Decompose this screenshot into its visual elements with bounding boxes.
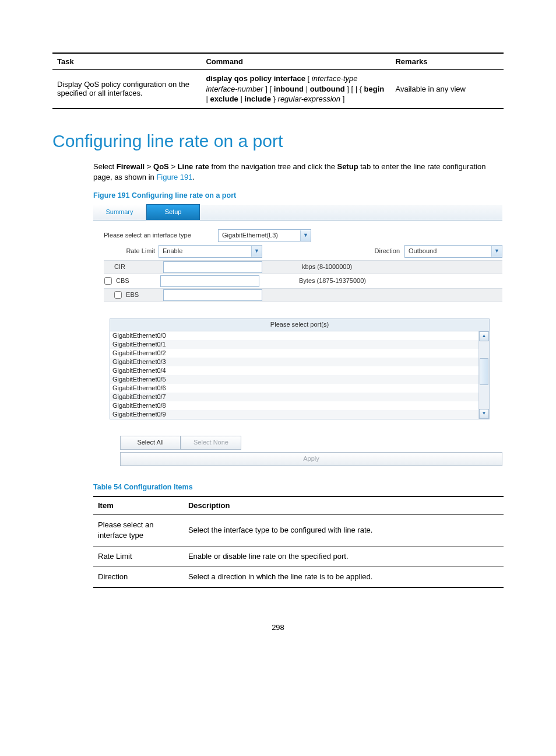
tab-bar: Summary Setup [93, 205, 502, 220]
header-description: Description [184, 496, 504, 515]
list-item[interactable]: GigabitEthernet0/5 [110, 375, 478, 384]
port-list[interactable]: GigabitEthernet0/0 GigabitEthernet0/1 Gi… [110, 331, 478, 419]
scroll-track[interactable] [480, 342, 488, 408]
label-ebs: EBS [126, 291, 139, 298]
tab-summary[interactable]: Summary [93, 205, 146, 220]
header-item: Item [93, 496, 184, 515]
table-row: Please select an interface type Select t… [93, 515, 504, 546]
table-caption: Table 54 Configuration items [93, 482, 504, 493]
scroll-down-icon[interactable]: ▼ [479, 409, 489, 419]
select-none-button[interactable]: Select None [181, 436, 241, 450]
table-row: Direction Select a direction in which th… [93, 566, 504, 587]
input-ebs[interactable] [163, 289, 262, 301]
scroll-up-icon[interactable]: ▲ [479, 331, 489, 341]
intro-paragraph: Select Firewall > QoS > Line rate from t… [93, 162, 504, 183]
scroll-thumb[interactable] [480, 358, 488, 385]
list-item[interactable]: GigabitEthernet0/1 [110, 340, 478, 349]
list-item[interactable]: GigabitEthernet0/7 [110, 393, 478, 401]
label-interface-type: Please select an interface type [104, 231, 209, 240]
cell-item: Rate Limit [93, 546, 184, 566]
port-select-header: Please select port(s) [110, 319, 489, 331]
hint-cir: kbps (8-1000000) [298, 260, 434, 274]
list-item[interactable]: GigabitEthernet0/2 [110, 349, 478, 358]
cell-remarks: Available in any view [390, 70, 504, 108]
port-select-box: Please select port(s) GigabitEthernet0/0… [110, 318, 490, 419]
link-figure-191[interactable]: Figure 191 [156, 173, 192, 181]
chevron-down-icon: ▼ [300, 230, 311, 241]
row-ebs: EBS [104, 288, 502, 302]
input-cir[interactable] [163, 261, 262, 273]
apply-button[interactable]: Apply [120, 452, 502, 466]
list-item[interactable]: GigabitEthernet0/4 [110, 366, 478, 375]
cell-desc: Enable or disable line rate on the speci… [184, 546, 504, 566]
header-remarks: Remarks [390, 53, 504, 70]
table-row: Rate Limit Enable or disable line rate o… [93, 546, 504, 566]
cell-task: Display QoS policy configuration on the … [52, 70, 201, 108]
list-item[interactable]: GigabitEthernet0/3 [110, 358, 478, 366]
label-cbs: CBS [116, 277, 129, 284]
select-rate-limit[interactable]: Enable ▼ [159, 245, 262, 258]
list-item[interactable]: GigabitEthernet0/8 [110, 401, 478, 410]
scrollbar[interactable]: ▲ ▼ [478, 331, 489, 419]
select-interface-type[interactable]: GigabitEthernet(L3) ▼ [218, 229, 311, 242]
row-cir: CIR kbps (8-1000000) [104, 260, 502, 274]
hint-cbs: Bytes (1875-19375000) [298, 274, 434, 288]
config-items-table: Item Description Please select an interf… [93, 496, 504, 588]
table-row: Display QoS policy configuration on the … [52, 70, 504, 108]
input-cbs[interactable] [160, 275, 259, 287]
cell-item: Direction [93, 566, 184, 587]
checkbox-cbs[interactable] [104, 277, 112, 285]
list-item[interactable]: GigabitEthernet0/6 [110, 384, 478, 393]
chevron-down-icon: ▼ [491, 246, 502, 257]
chevron-down-icon: ▼ [251, 246, 262, 257]
cell-item: Please select an interface type [93, 515, 184, 546]
checkbox-ebs[interactable] [114, 291, 122, 299]
cell-desc: Select a direction in which the line rat… [184, 566, 504, 587]
label-direction: Direction [365, 247, 404, 256]
task-command-table: Task Command Remarks Display QoS policy … [52, 52, 504, 109]
row-cbs: CBS Bytes (1875-19375000) [104, 274, 502, 288]
list-item[interactable]: GigabitEthernet0/9 [110, 410, 478, 419]
hint-ebs [298, 288, 434, 302]
header-task: Task [52, 53, 201, 70]
tab-setup[interactable]: Setup [146, 204, 200, 220]
select-all-button[interactable]: Select All [120, 436, 181, 450]
header-command: Command [201, 53, 390, 70]
figure-caption: Figure 191 Configuring line rate on a po… [93, 191, 504, 201]
label-rate-limit: Rate Limit [104, 247, 159, 256]
label-cir: CIR [107, 263, 125, 270]
cell-command: display qos policy interface [ interface… [201, 70, 390, 108]
cell-desc: Select the interface type to be configur… [184, 515, 504, 546]
page-number: 298 [52, 623, 504, 632]
list-item[interactable]: GigabitEthernet0/0 [110, 331, 478, 340]
figure-191: Summary Setup Please select an interface… [93, 205, 502, 466]
page-title: Configuring line rate on a port [52, 131, 504, 151]
select-direction[interactable]: Outbound ▼ [404, 245, 502, 258]
